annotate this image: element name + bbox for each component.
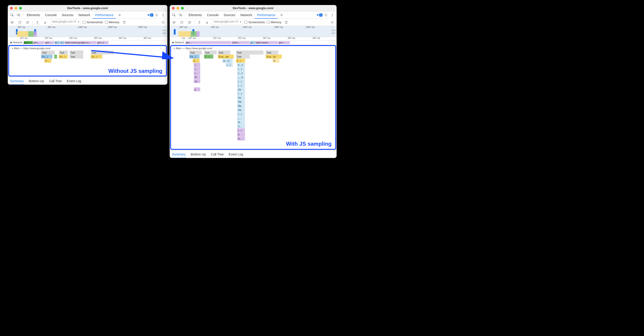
net-item[interactable]: gen_… (33, 41, 45, 44)
device-toggle-icon[interactable] (16, 12, 22, 18)
network-row[interactable]: ▶ Network gen… client… g… hpba (www… gen… (170, 40, 336, 45)
net-item[interactable]: gen… (279, 41, 290, 44)
tab-call-tree[interactable]: Call Tree (48, 77, 62, 85)
gc-icon[interactable] (121, 19, 127, 25)
flame-entry[interactable]: (… (194, 67, 200, 71)
flame-entry[interactable]: (… (194, 63, 200, 67)
flame-entry[interactable]: (…) (237, 79, 245, 83)
flame-entry[interactable]: Task (218, 50, 230, 54)
issues-icon[interactable]: 1 (316, 12, 322, 18)
flame-entry[interactable]: _…a (237, 75, 245, 79)
net-item[interactable]: goo… (24, 41, 33, 44)
download-icon[interactable] (42, 19, 48, 25)
minimize-icon[interactable] (14, 7, 17, 9)
tab-bottom-up[interactable]: Bottom-Up (28, 77, 44, 85)
tab-network[interactable]: Network (76, 11, 92, 19)
flame-entry[interactable]: R… (272, 59, 279, 63)
record-icon[interactable] (171, 19, 177, 25)
flame-entry[interactable]: C…t (204, 55, 213, 58)
flame-entry[interactable]: Task (59, 50, 68, 54)
net-item[interactable]: n… (60, 41, 64, 44)
flame-entry[interactable]: Task (41, 50, 55, 54)
flame-entry[interactable]: N… (237, 120, 245, 124)
screenshots-checkbox[interactable]: Screenshots (244, 20, 265, 24)
tab-elements[interactable]: Elements (24, 11, 42, 19)
net-item[interactable]: g… (250, 41, 255, 44)
tab-event-log[interactable]: Event Log (228, 151, 244, 158)
overview-timeline[interactable]: 497 ms 997 ms 1497 ms 1997 ms 2497 ms CP… (8, 26, 168, 37)
minimize-icon[interactable] (176, 7, 179, 9)
flame-entry[interactable]: Kla (237, 108, 245, 112)
inspect-icon[interactable] (9, 12, 15, 18)
flame-entry[interactable]: Task (266, 50, 278, 54)
perf-settings-icon[interactable] (160, 19, 166, 25)
flame-entry[interactable]: Task (204, 50, 217, 54)
net-item[interactable]: gen… (186, 41, 231, 44)
reload-icon[interactable] (17, 19, 23, 25)
tab-network[interactable]: Network (238, 11, 254, 19)
flame-entry[interactable]: _… (237, 116, 245, 120)
clear-icon[interactable] (186, 19, 192, 25)
flame-chart[interactable]: TaskTaskTaskTaskPa…LEv…tTaskEv…tE… (9, 50, 166, 76)
tab-performance[interactable]: Performance (255, 11, 278, 19)
tab-event-log[interactable]: Event Log (66, 77, 82, 85)
flame-entry[interactable]: zla (237, 87, 245, 91)
kebab-icon[interactable] (160, 12, 166, 18)
net-item[interactable]: client… (232, 41, 250, 44)
net-item[interactable]: cl… (55, 41, 60, 44)
flame-entry[interactable]: Hla (237, 100, 245, 104)
tab-bottom-up[interactable]: Bottom-Up (190, 151, 206, 158)
more-tabs-icon[interactable] (278, 12, 284, 18)
flame-entry[interactable]: b…e (237, 63, 245, 67)
perf-settings-icon[interactable] (329, 19, 335, 25)
tab-sources[interactable]: Sources (222, 11, 238, 19)
flame-entry[interactable]: Ev…t (91, 55, 102, 58)
inspect-icon[interactable] (171, 12, 177, 18)
flame-entry[interactable]: A… (237, 137, 245, 141)
download-icon[interactable] (204, 19, 210, 25)
flame-entry[interactable]: Task (189, 50, 202, 54)
main-thread-label[interactable]: Main — https://www.google.com/ (171, 46, 335, 50)
flame-entry[interactable]: (…) (237, 112, 245, 116)
flame-entry[interactable]: E… (44, 59, 51, 63)
recording-select[interactable]: www.google.com #1 (212, 20, 243, 25)
titlebar[interactable]: DevTools - www.google.com/ (8, 5, 168, 11)
flame-entry[interactable] (54, 55, 57, 58)
flame-entry[interactable]: F…l (236, 59, 245, 63)
tab-call-tree[interactable]: Call Tree (210, 151, 224, 158)
close-icon[interactable] (172, 7, 175, 9)
tab-sources[interactable]: Sources (60, 11, 76, 19)
time-ruler[interactable]: ms 197 ms 247 ms 297 ms 347 ms 397 ms 44… (170, 37, 336, 40)
flame-entry[interactable]: Task (70, 55, 83, 58)
flame-entry[interactable]: z…e (237, 71, 245, 75)
time-ruler[interactable]: 247 ms 297 ms 347 ms 397 ms 447 ms 497 m… (8, 37, 168, 40)
device-toggle-icon[interactable] (178, 12, 183, 18)
flame-entry[interactable]: (… (194, 71, 200, 75)
zoom-icon[interactable] (19, 7, 22, 9)
upload-icon[interactable] (34, 19, 40, 25)
overview-timeline[interactable]: 497 ms 997 ms 1497 ms 1997 ms 2497 ms CP… (170, 26, 336, 37)
memory-checkbox[interactable]: Memory (105, 20, 120, 24)
flame-entry[interactable]: E… (193, 59, 200, 63)
net-item[interactable]: gen… (45, 41, 54, 44)
settings-icon[interactable] (154, 12, 160, 18)
memory-checkbox[interactable]: Memory (267, 20, 282, 24)
flame-entry[interactable]: (…) (226, 63, 232, 67)
flame-entry[interactable]: Pa…L (189, 55, 200, 58)
clear-icon[interactable] (25, 19, 30, 25)
zoom-icon[interactable] (181, 7, 184, 9)
flame-entry[interactable]: Bla (237, 104, 245, 108)
flame-chart[interactable]: TaskTaskTaskTaskTaskPa…LC…tEval…riptTask… (171, 50, 335, 149)
gc-icon[interactable] (283, 19, 289, 25)
tab-performance[interactable]: Performance (93, 11, 116, 19)
tab-console[interactable]: Console (43, 11, 59, 19)
flame-entry[interactable]: ea (194, 79, 200, 83)
range-handle-left[interactable] (174, 29, 176, 35)
net-item[interactable]: gen_2… (97, 41, 108, 44)
flame-entry[interactable]: t…r (237, 128, 245, 132)
record-icon[interactable] (9, 19, 15, 25)
network-row[interactable]: ▶ Network goo… gen_… gen… cl… n… hpba (w… (8, 40, 168, 45)
flame-entry[interactable]: Task (91, 50, 114, 54)
flame-entry[interactable]: Ev…t (59, 55, 68, 58)
flame-entry[interactable]: W (194, 75, 200, 79)
